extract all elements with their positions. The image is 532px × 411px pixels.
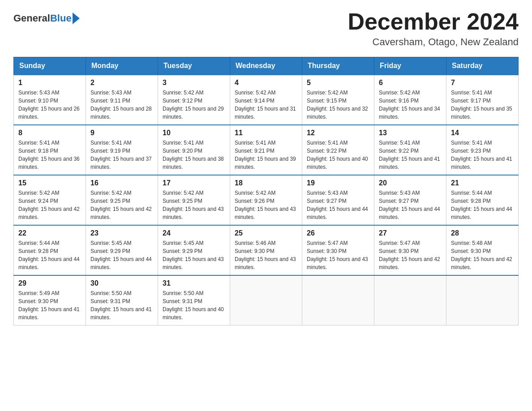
day-number: 5 [307, 79, 369, 87]
day-info: Sunrise: 5:42 AMSunset: 9:25 PMDaylight:… [90, 189, 153, 221]
calendar-cell: 24Sunrise: 5:45 AMSunset: 9:29 PMDayligh… [158, 225, 230, 275]
day-info: Sunrise: 5:47 AMSunset: 9:30 PMDaylight:… [307, 239, 369, 271]
calendar-cell: 22Sunrise: 5:44 AMSunset: 9:28 PMDayligh… [14, 225, 86, 275]
day-number: 28 [451, 229, 514, 237]
calendar-cell: 11Sunrise: 5:41 AMSunset: 9:21 PMDayligh… [230, 125, 302, 175]
calendar-cell: 30Sunrise: 5:50 AMSunset: 9:31 PMDayligh… [86, 275, 158, 325]
day-number: 10 [163, 129, 225, 137]
day-info: Sunrise: 5:42 AMSunset: 9:25 PMDaylight:… [163, 189, 225, 221]
column-header-monday: Monday [86, 57, 158, 75]
logo-arrow-icon [73, 13, 80, 24]
calendar-cell: 1Sunrise: 5:43 AMSunset: 9:10 PMDaylight… [14, 75, 86, 125]
day-info: Sunrise: 5:43 AMSunset: 9:11 PMDaylight:… [90, 89, 153, 121]
day-number: 2 [90, 79, 153, 87]
calendar-subtitle: Caversham, Otago, New Zealand [348, 36, 519, 48]
day-info: Sunrise: 5:41 AMSunset: 9:19 PMDaylight:… [90, 139, 153, 171]
calendar-header-row: SundayMondayTuesdayWednesdayThursdayFrid… [14, 57, 519, 75]
day-info: Sunrise: 5:42 AMSunset: 9:15 PMDaylight:… [307, 89, 369, 121]
day-number: 17 [163, 179, 225, 187]
calendar-cell: 20Sunrise: 5:43 AMSunset: 9:27 PMDayligh… [374, 175, 446, 225]
calendar-cell: 13Sunrise: 5:41 AMSunset: 9:22 PMDayligh… [374, 125, 446, 175]
column-header-sunday: Sunday [14, 57, 86, 75]
day-info: Sunrise: 5:45 AMSunset: 9:29 PMDaylight:… [90, 239, 153, 271]
day-info: Sunrise: 5:44 AMSunset: 9:28 PMDaylight:… [451, 189, 514, 221]
day-number: 21 [451, 179, 514, 187]
calendar-cell: 17Sunrise: 5:42 AMSunset: 9:25 PMDayligh… [158, 175, 230, 225]
calendar-cell: 18Sunrise: 5:42 AMSunset: 9:26 PMDayligh… [230, 175, 302, 225]
day-number: 4 [235, 79, 297, 87]
day-number: 8 [18, 129, 81, 137]
calendar-title: December 2024 [348, 9, 519, 34]
day-info: Sunrise: 5:42 AMSunset: 9:26 PMDaylight:… [235, 189, 297, 221]
calendar-table: SundayMondayTuesdayWednesdayThursdayFrid… [13, 57, 519, 325]
day-number: 20 [379, 179, 442, 187]
calendar-cell: 10Sunrise: 5:41 AMSunset: 9:20 PMDayligh… [158, 125, 230, 175]
calendar-cell: 19Sunrise: 5:43 AMSunset: 9:27 PMDayligh… [302, 175, 374, 225]
calendar-cell: 6Sunrise: 5:42 AMSunset: 9:16 PMDaylight… [374, 75, 446, 125]
day-info: Sunrise: 5:41 AMSunset: 9:23 PMDaylight:… [451, 139, 514, 171]
column-header-thursday: Thursday [302, 57, 374, 75]
calendar-cell: 16Sunrise: 5:42 AMSunset: 9:25 PMDayligh… [86, 175, 158, 225]
day-info: Sunrise: 5:45 AMSunset: 9:29 PMDaylight:… [163, 239, 225, 271]
day-number: 1 [18, 79, 81, 87]
day-number: 24 [163, 229, 225, 237]
day-number: 11 [235, 129, 297, 137]
calendar-cell: 26Sunrise: 5:47 AMSunset: 9:30 PMDayligh… [302, 225, 374, 275]
logo-text: GeneralBlue [13, 13, 72, 24]
day-info: Sunrise: 5:42 AMSunset: 9:14 PMDaylight:… [235, 89, 297, 121]
day-number: 16 [90, 179, 153, 187]
column-header-saturday: Saturday [446, 57, 519, 75]
day-number: 29 [18, 279, 81, 287]
calendar-cell: 7Sunrise: 5:41 AMSunset: 9:17 PMDaylight… [446, 75, 519, 125]
logo: GeneralBlue [13, 13, 80, 24]
day-info: Sunrise: 5:42 AMSunset: 9:12 PMDaylight:… [163, 89, 225, 121]
day-info: Sunrise: 5:43 AMSunset: 9:10 PMDaylight:… [18, 89, 81, 121]
calendar-cell: 23Sunrise: 5:45 AMSunset: 9:29 PMDayligh… [86, 225, 158, 275]
day-info: Sunrise: 5:47 AMSunset: 9:30 PMDaylight:… [379, 239, 442, 271]
day-number: 23 [90, 229, 153, 237]
column-header-wednesday: Wednesday [230, 57, 302, 75]
day-info: Sunrise: 5:46 AMSunset: 9:30 PMDaylight:… [235, 239, 297, 271]
day-info: Sunrise: 5:41 AMSunset: 9:21 PMDaylight:… [235, 139, 297, 171]
week-row-5: 29Sunrise: 5:49 AMSunset: 9:30 PMDayligh… [14, 275, 519, 325]
calendar-cell: 21Sunrise: 5:44 AMSunset: 9:28 PMDayligh… [446, 175, 519, 225]
calendar-cell: 2Sunrise: 5:43 AMSunset: 9:11 PMDaylight… [86, 75, 158, 125]
day-info: Sunrise: 5:44 AMSunset: 9:28 PMDaylight:… [18, 239, 81, 271]
day-number: 19 [307, 179, 369, 187]
calendar-cell: 12Sunrise: 5:41 AMSunset: 9:22 PMDayligh… [302, 125, 374, 175]
day-number: 30 [90, 279, 153, 287]
day-info: Sunrise: 5:41 AMSunset: 9:17 PMDaylight:… [451, 89, 514, 121]
calendar-cell: 14Sunrise: 5:41 AMSunset: 9:23 PMDayligh… [446, 125, 519, 175]
calendar-cell: 28Sunrise: 5:48 AMSunset: 9:30 PMDayligh… [446, 225, 519, 275]
calendar-cell: 27Sunrise: 5:47 AMSunset: 9:30 PMDayligh… [374, 225, 446, 275]
week-row-2: 8Sunrise: 5:41 AMSunset: 9:18 PMDaylight… [14, 125, 519, 175]
calendar-cell: 4Sunrise: 5:42 AMSunset: 9:14 PMDaylight… [230, 75, 302, 125]
day-info: Sunrise: 5:41 AMSunset: 9:18 PMDaylight:… [18, 139, 81, 171]
day-number: 12 [307, 129, 369, 137]
calendar-cell: 29Sunrise: 5:49 AMSunset: 9:30 PMDayligh… [14, 275, 86, 325]
day-info: Sunrise: 5:43 AMSunset: 9:27 PMDaylight:… [307, 189, 369, 221]
day-number: 6 [379, 79, 442, 87]
day-info: Sunrise: 5:41 AMSunset: 9:20 PMDaylight:… [163, 139, 225, 171]
calendar-cell: 5Sunrise: 5:42 AMSunset: 9:15 PMDaylight… [302, 75, 374, 125]
day-info: Sunrise: 5:49 AMSunset: 9:30 PMDaylight:… [18, 289, 81, 321]
day-info: Sunrise: 5:41 AMSunset: 9:22 PMDaylight:… [379, 139, 442, 171]
day-number: 3 [163, 79, 225, 87]
calendar-cell [230, 275, 302, 325]
day-number: 27 [379, 229, 442, 237]
day-info: Sunrise: 5:50 AMSunset: 9:31 PMDaylight:… [90, 289, 153, 321]
calendar-cell: 3Sunrise: 5:42 AMSunset: 9:12 PMDaylight… [158, 75, 230, 125]
day-info: Sunrise: 5:41 AMSunset: 9:22 PMDaylight:… [307, 139, 369, 171]
day-info: Sunrise: 5:48 AMSunset: 9:30 PMDaylight:… [451, 239, 514, 271]
day-number: 22 [18, 229, 81, 237]
calendar-cell [374, 275, 446, 325]
day-number: 14 [451, 129, 514, 137]
day-number: 31 [163, 279, 225, 287]
column-header-tuesday: Tuesday [158, 57, 230, 75]
calendar-cell: 25Sunrise: 5:46 AMSunset: 9:30 PMDayligh… [230, 225, 302, 275]
column-header-friday: Friday [374, 57, 446, 75]
day-number: 25 [235, 229, 297, 237]
day-number: 18 [235, 179, 297, 187]
day-number: 15 [18, 179, 81, 187]
title-block: December 2024 Caversham, Otago, New Zeal… [348, 9, 519, 48]
